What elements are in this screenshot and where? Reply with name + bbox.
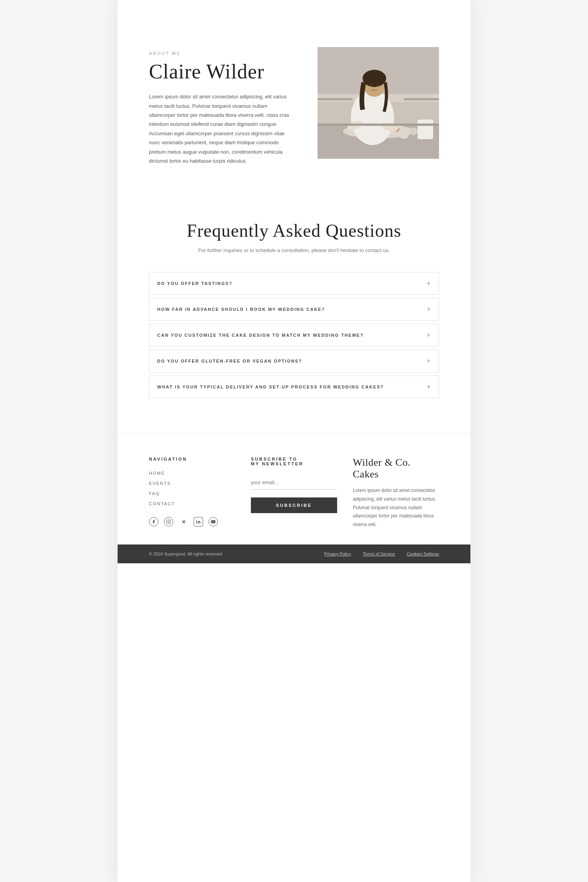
instagram-icon[interactable] — [164, 517, 173, 526]
faq-item-1[interactable]: DO YOU OFFER TASTINGS? + — [149, 272, 439, 295]
faq-question-5: WHAT IS YOUR TYPICAL DELIVERY AND SET-UP… — [157, 384, 426, 390]
facebook-icon[interactable] — [149, 517, 158, 526]
terms-of-service-link[interactable]: Terms of Service — [363, 552, 395, 556]
svg-point-14 — [363, 70, 386, 87]
footer-nav-col: NAVIGATION HOME EVENTS FAQ CONTACT ✕ — [149, 457, 235, 529]
footer-nav-title: NAVIGATION — [149, 457, 235, 461]
svg-rect-19 — [404, 98, 439, 100]
cookies-settings-link[interactable]: Cookies Settings — [407, 552, 439, 556]
svg-point-6 — [398, 128, 409, 139]
svg-rect-20 — [167, 520, 171, 524]
linkedin-icon[interactable] — [194, 517, 203, 526]
footer-main: NAVIGATION HOME EVENTS FAQ CONTACT ✕ — [118, 433, 470, 544]
youtube-icon[interactable] — [209, 517, 218, 526]
faq-item-2[interactable]: HOW FAR IN ADVANCE SHOULD I BOOK MY WEDD… — [149, 298, 439, 321]
newsletter-subscribe-button[interactable]: SUBSCRIBE — [251, 497, 337, 513]
faq-item-5[interactable]: WHAT IS YOUR TYPICAL DELIVERY AND SET-UP… — [149, 376, 439, 398]
svg-rect-18 — [318, 98, 353, 100]
faq-question-1: DO YOU OFFER TASTINGS? — [157, 280, 426, 287]
faq-question-4: DO YOU OFFER GLUTEN-FREE OR VEGAN OPTION… — [157, 358, 426, 365]
footer-nav-contact[interactable]: CONTACT — [149, 501, 235, 506]
x-twitter-icon[interactable]: ✕ — [179, 517, 188, 526]
svg-point-16 — [377, 85, 379, 86]
footer-brand-col: Wilder & Co. Cakes Lorem ipsum dolor sit… — [353, 457, 439, 529]
about-text-block: ABOUT ME Claire Wilder Lorem ipsum dolor… — [149, 47, 294, 165]
about-image-wrap — [318, 47, 439, 159]
faq-section: Frequently Asked Questions For further i… — [118, 197, 470, 433]
svg-point-22 — [169, 521, 170, 521]
about-bio: Lorem ipsum dolor sit amet consectetur a… — [149, 92, 294, 165]
footer-nav-faq[interactable]: FAQ — [149, 491, 235, 496]
newsletter-email-input[interactable] — [251, 475, 337, 490]
about-section: ABOUT ME Claire Wilder Lorem ipsum dolor… — [118, 31, 470, 197]
faq-toggle-5[interactable]: + — [426, 383, 431, 391]
faq-toggle-3[interactable]: + — [426, 331, 431, 339]
about-image — [318, 47, 439, 159]
newsletter-title: SUBSCRIBE TO MY NEWSLETTER — [251, 457, 337, 466]
faq-item-4[interactable]: DO YOU OFFER GLUTEN-FREE OR VEGAN OPTION… — [149, 350, 439, 372]
faq-subtitle: For further inquiries or to schedule a c… — [149, 247, 439, 253]
footer-copyright: © 2024 Supergood. All rights reserved. — [149, 552, 312, 556]
about-name: Claire Wilder — [149, 60, 294, 83]
social-icons: ✕ — [149, 517, 235, 526]
faq-list: DO YOU OFFER TASTINGS? + HOW FAR IN ADVA… — [149, 272, 439, 398]
faq-item-3[interactable]: CAN YOU CUSTOMIZE THE CAKE DESIGN TO MAT… — [149, 324, 439, 347]
svg-rect-9 — [417, 120, 433, 139]
footer-bottom-bar: © 2024 Supergood. All rights reserved. P… — [118, 544, 470, 563]
svg-point-15 — [370, 85, 372, 86]
faq-title: Frequently Asked Questions — [149, 220, 439, 241]
faq-toggle-4[interactable]: + — [426, 357, 431, 365]
svg-rect-17 — [318, 123, 439, 126]
footer-nav-home[interactable]: HOME — [149, 471, 235, 475]
brand-description: Lorem ipsum dolor sit amet consectetur a… — [353, 486, 439, 529]
svg-point-23 — [196, 520, 197, 521]
svg-point-21 — [168, 521, 169, 523]
about-label: ABOUT ME — [149, 51, 294, 56]
faq-toggle-1[interactable]: + — [426, 279, 431, 287]
footer-nav-events[interactable]: EVENTS — [149, 481, 235, 486]
svg-point-7 — [410, 127, 417, 135]
footer-newsletter-col: SUBSCRIBE TO MY NEWSLETTER SUBSCRIBE — [251, 457, 337, 529]
faq-toggle-2[interactable]: + — [426, 305, 431, 313]
privacy-policy-link[interactable]: Privacy Policy — [324, 552, 351, 556]
faq-question-3: CAN YOU CUSTOMIZE THE CAKE DESIGN TO MAT… — [157, 332, 426, 339]
brand-name: Wilder & Co. Cakes — [353, 457, 439, 480]
faq-question-2: HOW FAR IN ADVANCE SHOULD I BOOK MY WEDD… — [157, 306, 426, 313]
